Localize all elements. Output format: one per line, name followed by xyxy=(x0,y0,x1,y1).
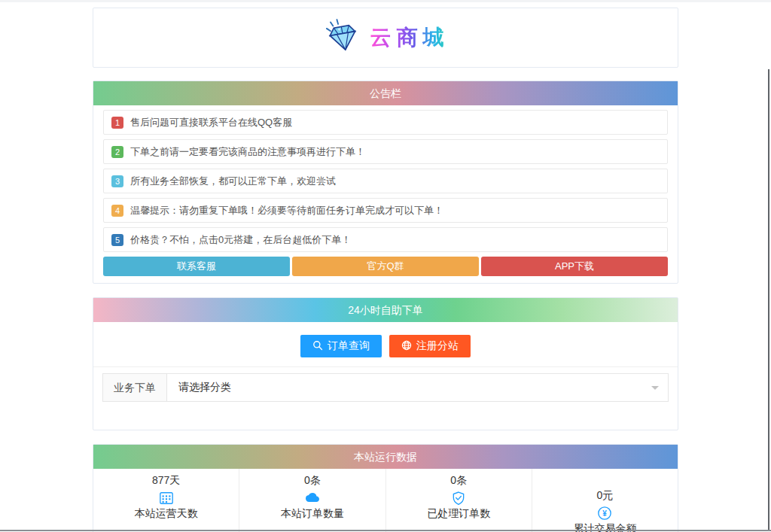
announcement-body: 1 售后问题可直接联系平台在线QQ客服 2 下单之前请一定要看完该商品的注意事项… xyxy=(93,105,678,283)
order-query-button[interactable]: 订单查询 xyxy=(300,335,382,357)
calendar-icon xyxy=(93,491,239,506)
chevron-down-icon xyxy=(651,386,659,394)
announcement-button-row: 联系客服 官方Q群 APP下载 xyxy=(103,257,668,276)
official-qq-group-button[interactable]: 官方Q群 xyxy=(292,257,479,276)
announcement-header: 公告栏 xyxy=(93,81,678,105)
order-query-label: 订单查询 xyxy=(328,339,370,353)
stat-total-amount: 0元 ¥ 累计交易金额 xyxy=(532,469,678,532)
diamond-logo-icon xyxy=(322,18,363,57)
cloud-icon xyxy=(239,491,385,506)
business-order-form-row: 业务下单 请选择分类 xyxy=(102,373,669,402)
page-container: 云商城 公告栏 1 售后问题可直接联系平台在线QQ客服 2 下单之前请一定要看完… xyxy=(93,8,678,532)
order-button-row: 订单查询 注册分站 xyxy=(93,335,678,357)
category-select-value: 请选择分类 xyxy=(178,381,231,394)
stat-label: 已处理订单数 xyxy=(386,507,532,521)
stat-running-days: 877天 本站运营天数 xyxy=(93,469,239,532)
contact-support-button[interactable]: 联系客服 xyxy=(103,257,290,276)
stat-value-wrap xyxy=(532,474,678,489)
shield-check-icon xyxy=(386,491,532,506)
announcement-number-badge: 2 xyxy=(111,146,123,158)
announcement-text: 温馨提示：请勿重复下单哦！必须要等待前面任务订单完成才可以下单！ xyxy=(130,204,443,217)
app-download-button[interactable]: APP下载 xyxy=(481,257,668,276)
stats-row: 877天 本站运营天数 0条 xyxy=(93,469,678,532)
announcement-text: 价格贵？不怕，点击0元搭建，在后台超低价下单！ xyxy=(130,233,351,247)
stat-order-count: 0条 本站订单数量 xyxy=(239,469,385,532)
site-stats-header: 本站运行数据 xyxy=(93,445,678,469)
announcement-number-badge: 3 xyxy=(111,175,123,187)
announcement-item: 2 下单之前请一定要看完该商品的注意事项再进行下单！ xyxy=(103,139,668,164)
register-substation-label: 注册分站 xyxy=(416,339,459,353)
announcement-item: 1 售后问题可直接联系平台在线QQ客服 xyxy=(103,110,668,135)
header-card: 云商城 xyxy=(93,8,678,68)
stat-value: 0元 xyxy=(532,489,678,503)
announcement-text: 下单之前请一定要看完该商品的注意事项再进行下单！ xyxy=(130,145,365,159)
stat-value: 877天 xyxy=(93,474,239,488)
announcement-text: 所有业务全部恢复，都可以正常下单，欢迎尝试 xyxy=(130,175,336,188)
register-substation-button[interactable]: 注册分站 xyxy=(389,335,471,357)
announcement-item: 3 所有业务全部恢复，都可以正常下单，欢迎尝试 xyxy=(103,169,668,193)
window-right-edge xyxy=(768,69,769,530)
stat-label: 本站订单数量 xyxy=(239,507,385,521)
announcement-card: 公告栏 1 售后问题可直接联系平台在线QQ客服 2 下单之前请一定要看完该商品的… xyxy=(93,81,678,284)
window-top-strip xyxy=(0,0,771,2)
stat-value: 0条 xyxy=(386,474,532,488)
announcement-item: 4 温馨提示：请勿重复下单哦！必须要等待前面任务订单完成才可以下单！ xyxy=(103,198,668,223)
yen-circle-icon: ¥ xyxy=(532,506,678,521)
announcement-text: 售后问题可直接联系平台在线QQ客服 xyxy=(130,116,292,129)
svg-text:¥: ¥ xyxy=(603,509,608,518)
site-stats-card: 本站运行数据 877天 本站运营天数 0条 xyxy=(93,444,678,532)
self-order-header: 24小时自助下单 xyxy=(93,298,678,322)
category-select[interactable]: 请选择分类 xyxy=(167,373,669,402)
window-bottom-edge xyxy=(0,530,771,531)
announcement-number-badge: 1 xyxy=(111,117,123,129)
announcement-item: 5 价格贵？不怕，点击0元搭建，在后台超低价下单！ xyxy=(103,227,668,252)
announcement-number-badge: 4 xyxy=(111,205,123,217)
business-order-label: 业务下单 xyxy=(102,373,167,402)
self-order-card: 24小时自助下单 订单查询 xyxy=(93,297,678,430)
search-icon xyxy=(312,340,323,353)
site-logo[interactable]: 云商城 xyxy=(322,18,449,57)
globe-icon xyxy=(401,340,412,353)
stat-processed-orders: 0条 已处理订单数 xyxy=(386,469,532,532)
stat-value: 0条 xyxy=(239,474,385,488)
divider xyxy=(93,366,678,367)
site-title: 云商城 xyxy=(370,23,449,52)
stat-label: 本站运营天数 xyxy=(93,507,239,521)
announcement-number-badge: 5 xyxy=(111,234,123,246)
